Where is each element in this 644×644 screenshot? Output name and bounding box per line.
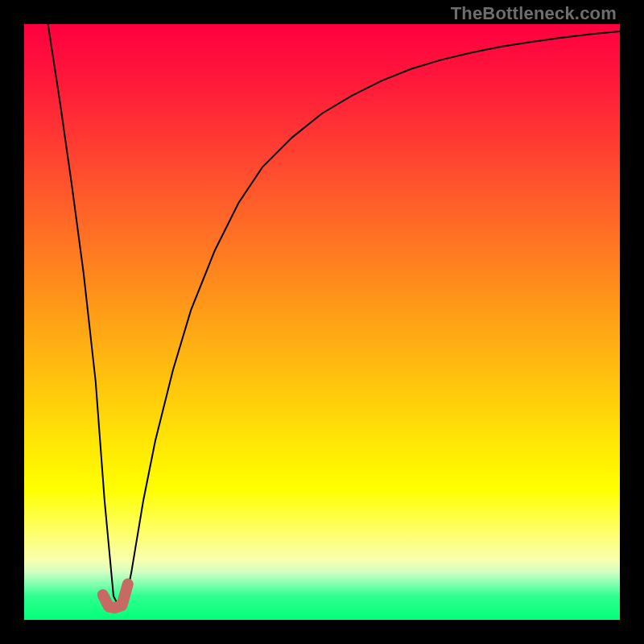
bottleneck-curve (48, 24, 620, 608)
curve-layer (24, 24, 620, 620)
plot-area (24, 24, 620, 620)
outer-frame: TheBottleneck.com (0, 0, 644, 644)
watermark-text: TheBottleneck.com (451, 3, 617, 24)
optimal-marker (103, 584, 128, 609)
